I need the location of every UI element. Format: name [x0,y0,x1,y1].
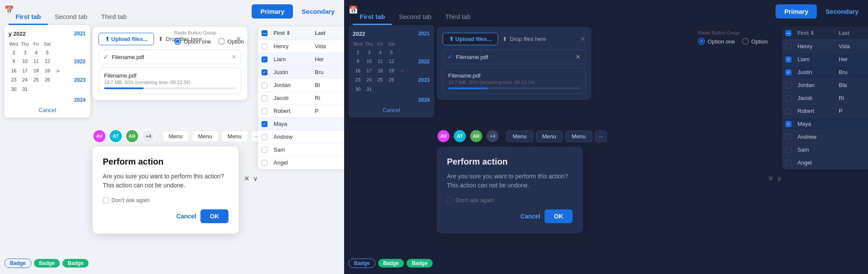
file-x-1-light[interactable]: ✕ [231,53,237,60]
header-cb-light[interactable]: — [262,30,268,36]
table-row-robert-dark[interactable]: Robert P [782,105,868,118]
radio-label-2-dark: Option [751,38,768,45]
cb-liam-dark[interactable]: ✓ [785,56,791,62]
tab-second-light[interactable]: Second tab [48,9,94,25]
cal-cancel-light[interactable]: Cancel [39,107,56,113]
dialog-checkbox-light[interactable]: Don't ask again [103,197,228,203]
secondary-button-light[interactable]: Secondary [296,4,340,19]
upload-btn-light[interactable]: ⬆ Upload files... [98,33,154,45]
avatar-ar-dark[interactable]: AR [469,129,483,143]
tab-first-light[interactable]: First tab [9,9,48,25]
menu-btn-3-light[interactable]: Menu [221,131,248,142]
cal-cancel-dark[interactable]: Cancel [383,107,400,113]
table-row-angel-light[interactable]: Angel [258,156,344,169]
upload-btn-dark[interactable]: ⬆ Upload files... [443,33,498,45]
dialog-ok-light[interactable]: OK [200,209,228,223]
cb-sam-light[interactable] [262,147,268,153]
v-icon-dark[interactable]: ∨ [777,174,782,183]
radio-option-1-dark[interactable]: Option one [698,38,735,45]
radio-option-1-light[interactable]: Option one [174,38,211,45]
tab-third-dark[interactable]: Third tab [438,9,477,25]
menu-btn-2-dark[interactable]: Menu [536,131,563,142]
avatar-plus-light[interactable]: +4 [142,129,155,143]
avatar-av-dark[interactable]: AV [437,129,450,143]
avatar-at-dark[interactable]: AT [453,129,467,143]
x-icon-light[interactable]: ✕ [244,174,249,183]
cb-angel-light[interactable] [262,160,268,166]
dont-ask-cb-dark[interactable] [447,197,453,203]
cb-henry-light[interactable] [262,44,268,50]
v-icon-light[interactable]: ∨ [253,174,258,183]
table-row-maya-light[interactable]: ✓ Maya [258,118,344,131]
dialog-cancel-dark[interactable]: Cancel [520,213,540,220]
cb-andrew-light[interactable] [262,134,268,140]
cb-henry-dark[interactable] [785,44,791,50]
table-row-sam-dark[interactable]: Sam [782,143,868,156]
header-cb-dark[interactable]: — [785,30,791,36]
top-buttons-dark: Primary Secondary [776,4,864,19]
tab-second-dark[interactable]: Second tab [392,9,438,25]
radio-option-2-dark[interactable]: Option [742,38,768,45]
table-row-liam-dark[interactable]: ✓ Liam Her [782,53,868,66]
cb-jacob-dark[interactable] [785,95,791,101]
cb-justin-light[interactable]: ✓ [262,69,268,75]
dont-ask-cb-light[interactable] [103,197,109,203]
cb-jacob-light[interactable] [262,95,268,101]
dialog-light: Perform action Are you sure you want to … [92,146,239,234]
table-row-robert-light[interactable]: Robert P [258,105,344,118]
table-row-jacob-dark[interactable]: Jacob Ri [782,92,868,105]
tab-third-light[interactable]: Third tab [94,9,133,25]
table-row-justin-light[interactable]: ✓ Justin Bru [258,66,344,79]
menu-btn-2-light[interactable]: Menu [192,131,219,142]
primary-button-light[interactable]: Primary [252,4,293,19]
table-row-angel-dark[interactable]: Angel [782,156,868,169]
radio-dot-2-dark[interactable] [742,38,749,45]
secondary-button-dark[interactable]: Secondary [820,4,864,19]
radio-option-2-light[interactable]: Option [218,38,244,45]
cb-sam-dark[interactable] [785,147,791,153]
upload-close-dark[interactable]: ✕ [580,35,585,43]
cb-robert-dark[interactable] [785,108,791,114]
radio-dot-2-light[interactable] [218,38,225,45]
cb-andrew-dark[interactable] [785,134,791,140]
cb-liam-light[interactable]: ✓ [262,56,268,62]
calendar-icon-dark[interactable]: 📅 [348,5,358,15]
table-row-henry-light[interactable]: Henry Vida [258,40,344,53]
avatar-at-light[interactable]: AT [109,129,123,143]
dialog-cancel-light[interactable]: Cancel [176,213,196,220]
table-row-andrew-light[interactable]: Andrew [258,131,344,143]
radio-dot-1-light[interactable] [174,38,181,45]
cb-jordan-dark[interactable] [785,82,791,88]
cb-maya-dark[interactable]: ✓ [785,121,791,127]
table-row-jordan-light[interactable]: Jordan Bl [258,79,344,92]
table-row-sam-light[interactable]: Sam [258,143,344,156]
cb-robert-light[interactable] [262,108,268,114]
dialog-checkbox-dark[interactable]: Don't ask again [447,197,573,203]
table-row-andrew-dark[interactable]: Andrew [782,131,868,143]
cb-justin-dark[interactable]: ✓ [785,69,791,75]
avatar-plus-dark[interactable]: +4 [486,129,499,143]
table-row-henry-dark[interactable]: Henry Vida [782,40,868,53]
calendar-icon-light[interactable]: 📅 [4,5,14,15]
tab-first-dark[interactable]: First tab [353,9,392,25]
avatar-ar-light[interactable]: AR [125,129,139,143]
table-row-justin-dark[interactable]: ✓ Justin Bru [782,66,868,79]
cb-maya-light[interactable]: ✓ [262,121,268,127]
menu-btn-1-dark[interactable]: Menu [506,131,533,142]
menu-more-dark[interactable]: ··· [595,131,607,142]
table-row-jacob-light[interactable]: Jacob Ri [258,92,344,105]
radio-dot-1-dark[interactable] [698,38,705,45]
table-row-maya-dark[interactable]: ✓ Maya [782,118,868,131]
table-row-jordan-dark[interactable]: Jordan Bla [782,79,868,92]
cb-angel-dark[interactable] [785,160,791,166]
menu-btn-3-dark[interactable]: Menu [565,131,592,142]
x-icon-dark[interactable]: ✕ [768,174,773,183]
primary-button-dark[interactable]: Primary [776,4,817,19]
cb-jordan-light[interactable] [262,82,268,88]
avatar-av-light[interactable]: AV [92,129,106,143]
file-x-1-dark[interactable]: ✕ [576,53,581,60]
dialog-ok-dark[interactable]: OK [545,209,573,223]
table-row-liam-light[interactable]: ✓ Liam Her [258,53,344,66]
drop-icon-dark: ⬆ [502,36,507,42]
menu-btn-1-light[interactable]: Menu [162,131,189,142]
